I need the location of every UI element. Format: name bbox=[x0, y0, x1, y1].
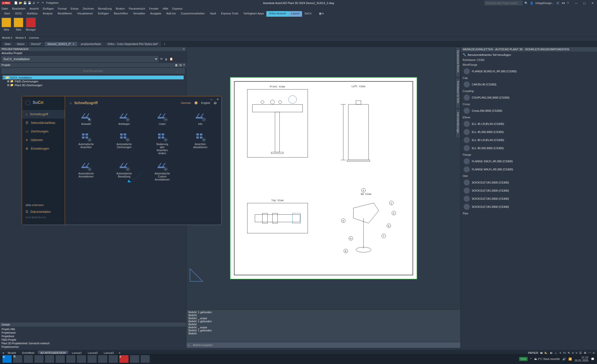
taskbar-app-icon[interactable] bbox=[109, 355, 118, 363]
part-item[interactable]: ELL 45,SW,3000 (CS300) bbox=[461, 128, 597, 136]
taskbar-app-icon[interactable] bbox=[34, 355, 44, 363]
part-item[interactable]: SOCKOLET,BV,3000 (CS300) bbox=[461, 203, 597, 211]
tree-search-input[interactable] bbox=[2, 68, 185, 74]
radio-on-icon[interactable] bbox=[195, 101, 198, 104]
qat-undo-icon[interactable]: ↶ bbox=[37, 1, 40, 5]
menu-extras[interactable]: Extras bbox=[71, 7, 78, 10]
ribbon-tab[interactable]: Verwalten bbox=[131, 11, 148, 17]
part-item[interactable]: SOCKOLET,BV,3000 (CS300) bbox=[461, 187, 597, 195]
sucri-nav-zeichnungen[interactable]: ▭Zeichnungen bbox=[22, 127, 65, 136]
panel-close-icon[interactable]: × bbox=[183, 48, 185, 51]
menu-einfuegen[interactable]: Einfügen bbox=[43, 7, 54, 10]
tray-icon[interactable]: 📶 bbox=[568, 357, 572, 361]
sikla-button[interactable] bbox=[2, 18, 11, 27]
part-category-header[interactable]: Olet bbox=[461, 173, 597, 178]
file-tab[interactable]: Ortho - Color Dependent Plot Styles.dwt* bbox=[104, 42, 161, 46]
qat-saveas-icon[interactable]: 💾 bbox=[28, 1, 31, 5]
lang-german[interactable]: German bbox=[181, 101, 191, 104]
ribbon-panel-tab[interactable]: Module 4 bbox=[15, 36, 26, 41]
ribbon-panel-tab[interactable]: Licences bbox=[29, 36, 39, 41]
ribbon-tab[interactable]: SuCri bbox=[302, 11, 314, 17]
part-item[interactable]: FLANGE SW,FL,RF,300 (CS300) bbox=[461, 157, 597, 165]
command-history[interactable]: × Befehl: 1 gefunden Befehl: Befehl: _.e… bbox=[186, 309, 460, 342]
palette-side-tab[interactable]: Instrumentierungsr... bbox=[456, 109, 460, 138]
ribbon-tab[interactable]: Verfügbare Apps bbox=[241, 11, 266, 17]
qat-new-icon[interactable]: 📄 bbox=[14, 1, 18, 5]
menu-bemassung[interactable]: Bemaßung bbox=[98, 7, 112, 10]
palette-side-tab[interactable]: Dynamische Rohrkl... bbox=[456, 47, 460, 78]
ribbon-tab[interactable]: Stahlbau bbox=[24, 11, 40, 17]
battery-indicator[interactable]: 91% bbox=[519, 357, 528, 361]
part-category-header[interactable]: Elbow bbox=[461, 115, 597, 120]
part-item[interactable]: CAP,BV,40 (CS300) bbox=[461, 80, 597, 88]
tray-icon[interactable]: 🔊 bbox=[562, 357, 566, 361]
sucri-card[interactable]: ➕Anhängen bbox=[108, 110, 141, 127]
notifications-icon[interactable]: 💬 bbox=[591, 357, 594, 361]
sucri-card[interactable]: ➕AutomatischeAnsichten bbox=[70, 130, 103, 156]
taskbar-app-icon[interactable] bbox=[141, 355, 150, 363]
menu-datei[interactable]: Datei bbox=[2, 7, 8, 10]
user-name[interactable]: IntegaDesign... bbox=[536, 2, 554, 5]
part-item[interactable]: SOCKOLET,BV,3000 (CS300) bbox=[461, 178, 597, 187]
qat-save-icon[interactable]: 💾 bbox=[23, 1, 27, 5]
maximize-button[interactable]: ▢ bbox=[581, 2, 587, 5]
part-category-header[interactable]: Cross bbox=[461, 102, 597, 107]
qat-redo-icon[interactable]: ↷ bbox=[41, 1, 45, 5]
part-category-header[interactable]: BlindFlange bbox=[461, 62, 597, 67]
part-item[interactable]: SOCKOLET,BV,3000 (CS300) bbox=[461, 195, 597, 203]
part-item[interactable]: ELL 90 LR,BV,40 (CS300) bbox=[461, 136, 597, 144]
ribbon-tab[interactable]: Zusammenarbeiten bbox=[178, 11, 207, 17]
file-tab[interactable]: projSymbolStyle bbox=[78, 42, 104, 46]
sucri-close-button[interactable]: ✕ bbox=[217, 98, 219, 101]
menu-aendern[interactable]: Ändern bbox=[116, 7, 125, 10]
sucri-nav-optionen[interactable]: ✕Optionen bbox=[22, 136, 65, 144]
a-icon[interactable]: A▾ bbox=[562, 2, 565, 5]
menu-zeichnen[interactable]: Zeichnen bbox=[82, 7, 94, 10]
ribbon-tab[interactable]: Start bbox=[2, 11, 12, 17]
ribbon-tab[interactable]: Add-ins bbox=[164, 11, 178, 17]
sucri-card[interactable]: ➕AutomatischeZeichnungen bbox=[108, 130, 141, 156]
ribbon-tab[interactable]: Modellieren bbox=[55, 11, 75, 17]
part-item[interactable]: COUPLING,SW,3000 (CS300) bbox=[461, 94, 597, 102]
part-item[interactable]: ELL 90,SW,3000 (CS300) bbox=[461, 144, 597, 152]
tree-node[interactable]: ⊟ 📁 Plant 3D-Zeichnungen bbox=[3, 83, 184, 87]
qat-plot-icon[interactable]: 🖨 bbox=[32, 1, 36, 5]
sucri-minimize-button[interactable]: — bbox=[210, 98, 213, 101]
part-item[interactable]: FLANGE WN,FL,RF,300 (CS300) bbox=[461, 165, 597, 173]
ribbon-tab[interactable]: Visualisieren bbox=[75, 11, 95, 17]
ribbon-tab-active2[interactable]: Layout bbox=[289, 11, 302, 17]
lang-english[interactable]: English bbox=[201, 101, 210, 104]
taskbar-app-icon[interactable] bbox=[45, 355, 54, 363]
expand-icon[interactable]: ◧ bbox=[175, 63, 178, 67]
close-button[interactable]: ✕ bbox=[589, 2, 595, 5]
file-tab[interactable]: Demo2* bbox=[28, 42, 44, 46]
share-button[interactable]: Freigeben bbox=[46, 1, 50, 5]
ribbon-tab[interactable]: Beschriften bbox=[112, 11, 131, 17]
sikla-button-2[interactable] bbox=[14, 18, 23, 27]
taskbar-app-icon[interactable] bbox=[24, 355, 33, 363]
sucri-nav-einstellungen[interactable]: ⚙Einstellungen bbox=[22, 144, 65, 153]
manager-button[interactable] bbox=[26, 18, 36, 27]
help-icon[interactable]: ? bbox=[183, 63, 185, 67]
part-category-header[interactable]: Cap bbox=[461, 75, 597, 80]
sucri-card[interactable]: ⟳SkalierungallerAnsichtenändern bbox=[146, 130, 179, 156]
menu-bearbeiten[interactable]: Bearbeiten bbox=[12, 7, 26, 10]
taskbar-app-icon[interactable] bbox=[98, 355, 107, 363]
layout-viewport[interactable]: Front View Left View bbox=[186, 47, 460, 309]
help-icon[interactable]: ? bbox=[567, 2, 569, 5]
sucri-card[interactable]: ➕AutomatischeAnnotationen bbox=[70, 160, 103, 182]
menu-format[interactable]: Format bbox=[58, 7, 67, 10]
ribbon-tab-more[interactable]: ▦ ▾ bbox=[316, 11, 326, 17]
drawing-canvas[interactable]: Front View Left View bbox=[186, 47, 460, 350]
ribbon-tab[interactable]: Ausgabe bbox=[148, 11, 164, 17]
ribbon-tab[interactable]: Express Tools bbox=[219, 11, 241, 17]
print-icon[interactable]: 🖨 bbox=[165, 58, 167, 61]
taskbar-app-icon[interactable] bbox=[56, 355, 65, 363]
part-category-header[interactable]: Flange bbox=[461, 152, 597, 157]
menu-express[interactable]: Express bbox=[172, 7, 182, 10]
taskbar-app-icon[interactable] bbox=[130, 355, 139, 363]
project-select[interactable]: SuCri_Installation bbox=[2, 56, 158, 62]
sucri-card[interactable]: ⟳Ansichtenaktualisieren bbox=[184, 130, 217, 156]
taskbar-app-icon[interactable]: A bbox=[119, 355, 129, 363]
palette-side-tab[interactable]: Rohrklasse für Rohr... bbox=[456, 78, 460, 109]
